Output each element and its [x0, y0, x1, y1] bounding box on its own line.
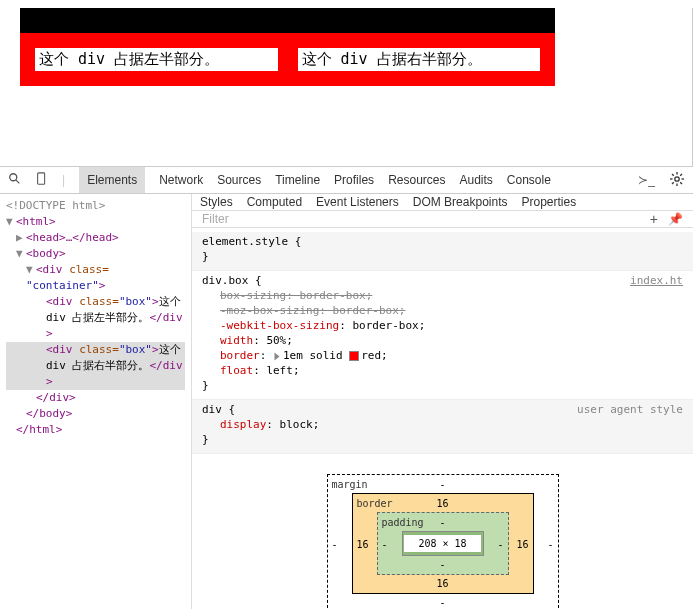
bm-border-label: border: [357, 496, 393, 511]
filter-input[interactable]: Filter: [202, 212, 229, 226]
container-div[interactable]: 这个 div 占据左半部分。 这个 div 占据右半部分。: [20, 33, 555, 86]
styles-tab-computed[interactable]: Computed: [247, 195, 302, 209]
styles-tabs: Styles Computed Event Listeners DOM Brea…: [192, 194, 693, 211]
devtools-body: <!DOCTYPE html> ▼<html> ▶<head>…</head> …: [0, 194, 693, 609]
styles-panel: Styles Computed Event Listeners DOM Brea…: [192, 194, 693, 609]
color-swatch-red[interactable]: [349, 351, 359, 361]
prop-moz-box-sizing-struck[interactable]: -moz-box-sizing: border-box;: [202, 303, 683, 318]
prop-float[interactable]: float: left;: [202, 363, 683, 378]
dom-container-open[interactable]: ▼<div class="container">: [6, 262, 185, 294]
selector-divbox: div.box {: [202, 273, 683, 288]
bm-margin-right: -: [547, 536, 553, 551]
dom-container-close[interactable]: </div>: [6, 390, 185, 406]
prop-webkit-box-sizing[interactable]: -webkit-box-sizing: border-box;: [202, 318, 683, 333]
tab-sources[interactable]: Sources: [217, 173, 261, 187]
bm-border-left: 16: [357, 536, 369, 551]
bm-padding-top: -: [439, 515, 445, 530]
dom-body-close[interactable]: </body>: [6, 406, 185, 422]
bm-border-top: 16: [436, 496, 448, 511]
dom-body-open[interactable]: ▼<body>: [6, 246, 185, 262]
rule-source-link[interactable]: index.ht: [630, 273, 683, 288]
tab-resources[interactable]: Resources: [388, 173, 445, 187]
svg-point-3: [675, 176, 679, 180]
bm-margin[interactable]: margin - - - - border 16 16 16 16 paddin…: [327, 474, 559, 609]
tab-profiles[interactable]: Profiles: [334, 173, 374, 187]
bm-margin-label: margin: [332, 477, 368, 492]
bm-margin-top: -: [439, 477, 445, 492]
svg-point-0: [10, 173, 17, 180]
bm-padding-label: padding: [382, 515, 424, 530]
tab-audits[interactable]: Audits: [459, 173, 492, 187]
svg-line-10: [672, 182, 674, 184]
box-right[interactable]: 这个 div 占据右半部分。: [298, 48, 541, 71]
prop-box-sizing-struck[interactable]: box-sizing: border-box;: [202, 288, 683, 303]
brace-close: }: [202, 378, 683, 393]
device-icon[interactable]: [36, 172, 48, 189]
styles-tab-props[interactable]: Properties: [521, 195, 576, 209]
bm-content-size: 208 × 18: [404, 535, 480, 552]
bm-content[interactable]: 208 × 18: [402, 531, 484, 556]
svg-line-8: [672, 174, 674, 176]
tab-timeline[interactable]: Timeline: [275, 173, 320, 187]
rule-div-ua[interactable]: user agent style div { display: block; }: [192, 400, 693, 454]
black-bar: [20, 8, 555, 33]
bm-padding-right: -: [497, 536, 503, 551]
bm-padding[interactable]: padding - - - - 208 × 18: [377, 512, 509, 575]
svg-line-11: [680, 174, 682, 176]
bm-border-bottom: 16: [436, 576, 448, 591]
styles-rules: element.style { } index.ht div.box { box…: [192, 228, 693, 609]
bm-margin-left: -: [332, 536, 338, 551]
brace-close: }: [202, 432, 683, 447]
bm-margin-bottom: -: [439, 595, 445, 609]
drawer-icon[interactable]: ≻_: [638, 173, 655, 187]
selector-element-style: element.style {: [202, 234, 683, 249]
bm-border-right: 16: [516, 536, 528, 551]
new-rule-icon[interactable]: +: [650, 211, 658, 227]
dom-html-open[interactable]: ▼<html>: [6, 214, 185, 230]
gear-icon[interactable]: [669, 171, 685, 190]
styles-tab-listeners[interactable]: Event Listeners: [316, 195, 399, 209]
expand-icon[interactable]: [275, 352, 280, 360]
dom-box2-selected[interactable]: <div class="box">这个 div 占据右半部分。</div>: [6, 342, 185, 390]
bm-padding-left: -: [382, 536, 388, 551]
prop-width[interactable]: width: 50%;: [202, 333, 683, 348]
svg-line-9: [680, 182, 682, 184]
box-left[interactable]: 这个 div 占据左半部分。: [35, 48, 278, 71]
dom-tree[interactable]: <!DOCTYPE html> ▼<html> ▶<head>…</head> …: [0, 194, 192, 609]
tab-elements[interactable]: Elements: [79, 167, 145, 193]
box-model-diagram[interactable]: margin - - - - border 16 16 16 16 paddin…: [327, 474, 559, 609]
devtools-toolbar: | Elements Network Sources Timeline Prof…: [0, 166, 693, 194]
dom-doctype[interactable]: <!DOCTYPE html>: [6, 198, 185, 214]
rendered-page: 这个 div 占据左半部分。 这个 div 占据右半部分。: [0, 8, 693, 166]
styles-tab-styles[interactable]: Styles: [200, 195, 233, 209]
styles-tab-dombp[interactable]: DOM Breakpoints: [413, 195, 508, 209]
svg-line-1: [16, 179, 20, 183]
dom-head[interactable]: ▶<head>…</head>: [6, 230, 185, 246]
tab-network[interactable]: Network: [159, 173, 203, 187]
styles-filter-bar: Filter + 📌: [192, 211, 693, 228]
prop-border[interactable]: border: 1em solid red;: [202, 348, 683, 363]
pin-icon[interactable]: 📌: [668, 212, 683, 226]
prop-display[interactable]: display: block;: [202, 417, 683, 432]
tab-console[interactable]: Console: [507, 173, 551, 187]
bm-padding-bottom: -: [439, 557, 445, 572]
rule-source-ua: user agent style: [577, 402, 683, 417]
dom-html-close[interactable]: </html>: [6, 422, 185, 438]
rule-div-box[interactable]: index.ht div.box { box-sizing: border-bo…: [192, 271, 693, 400]
rule-element-style[interactable]: element.style { }: [192, 232, 693, 271]
svg-rect-2: [38, 172, 45, 183]
brace-close: }: [202, 249, 683, 264]
dom-box1[interactable]: <div class="box">这个 div 占据左半部分。</div>: [6, 294, 185, 342]
search-icon[interactable]: [8, 172, 22, 189]
bm-border[interactable]: border 16 16 16 16 padding - - - - 208 ×…: [352, 493, 534, 594]
